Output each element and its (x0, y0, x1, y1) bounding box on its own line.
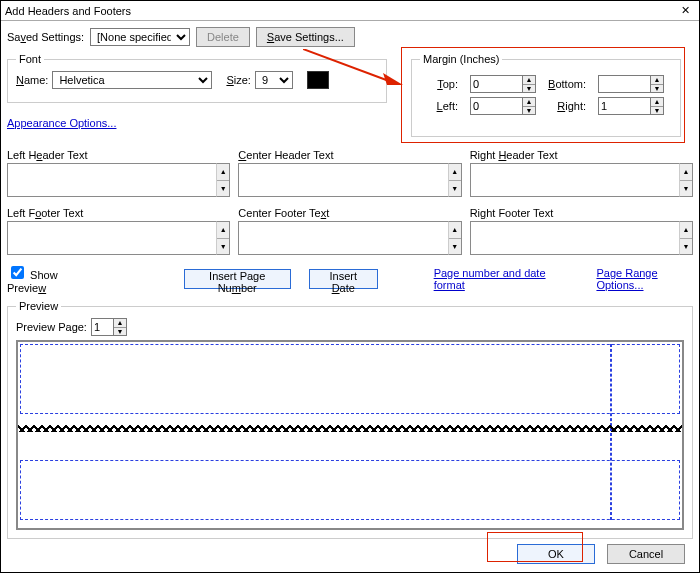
ok-button[interactable]: OK (517, 544, 595, 564)
margin-top-input[interactable] (470, 75, 522, 93)
margin-bottom-input[interactable] (598, 75, 650, 93)
margin-top-label: Top: (420, 78, 458, 90)
font-name-dropdown[interactable]: Helvetica (52, 71, 212, 89)
chevron-up-icon[interactable]: ▲ (523, 76, 535, 85)
right-footer-input[interactable] (470, 221, 693, 255)
right-footer-label: Right Footer Text (470, 207, 693, 219)
chevron-up-icon[interactable]: ▲ (523, 98, 535, 107)
chevron-up-icon[interactable]: ▲ (114, 319, 126, 328)
margin-right-label: Right: (548, 100, 586, 112)
svg-marker-1 (383, 73, 403, 85)
center-header-label: Center Header Text (238, 149, 461, 161)
window-title: Add Headers and Footers (5, 5, 675, 17)
save-settings-button[interactable]: Save Settings... (256, 27, 355, 47)
left-footer-input[interactable] (7, 221, 230, 255)
chevron-down-icon[interactable]: ▼ (651, 107, 663, 115)
font-legend: Font (16, 53, 44, 65)
cancel-button[interactable]: Cancel (607, 544, 685, 564)
margin-top-spinner[interactable]: ▲▼ (470, 75, 536, 93)
insert-page-number-button[interactable]: Insert Page Number (184, 269, 291, 289)
right-header-input[interactable] (470, 163, 693, 197)
left-footer-label: Left Footer Text (7, 207, 230, 219)
margin-left-input[interactable] (470, 97, 522, 115)
header-row: Left Header Text ▲▼ Center Header Text ▲… (7, 143, 693, 197)
margin-right-input[interactable] (598, 97, 650, 115)
dialog-buttons: OK Cancel (517, 544, 685, 564)
margin-right-spinner[interactable]: ▲▼ (598, 97, 664, 115)
chevron-up-icon[interactable]: ▲ (651, 98, 663, 107)
preview-page-label: Preview Page: (16, 321, 87, 333)
left-header-label: Left Header Text (7, 149, 230, 161)
margin-fieldset: Margin (Inches) Top: ▲▼ Bottom: ▲▼ Left:… (411, 53, 681, 137)
page-range-options-link[interactable]: Page Range Options... (596, 267, 693, 291)
close-icon[interactable]: ✕ (675, 4, 695, 17)
insert-date-button[interactable]: Insert Date (309, 269, 378, 289)
saved-settings-label: Saved Settings: (7, 31, 84, 43)
margin-left-label: Left: (420, 100, 458, 112)
chevron-down-icon[interactable]: ▼ (651, 85, 663, 93)
margin-bottom-label: Bottom: (548, 78, 586, 90)
top-area: Saved Settings: [None specified] Delete … (1, 21, 699, 139)
saved-settings-dropdown[interactable]: [None specified] (90, 28, 190, 46)
chevron-down-icon[interactable]: ▼ (523, 85, 535, 93)
font-size-label: Size: (226, 74, 250, 86)
margin-bottom-spinner[interactable]: ▲▼ (598, 75, 664, 93)
annotation-arrow-icon (303, 49, 403, 85)
chevron-down-icon[interactable]: ▼ (114, 328, 126, 336)
footer-row: Left Footer Text ▲▼ Center Footer Text ▲… (7, 201, 693, 255)
margin-left-spinner[interactable]: ▲▼ (470, 97, 536, 115)
center-footer-input[interactable] (238, 221, 461, 255)
font-name-label: Name: (16, 74, 48, 86)
page-number-date-format-link[interactable]: Page number and date format (434, 267, 561, 291)
preview-pane (16, 340, 684, 530)
delete-button[interactable]: Delete (196, 27, 250, 47)
right-header-label: Right Header Text (470, 149, 693, 161)
chevron-down-icon[interactable]: ▼ (523, 107, 535, 115)
center-footer-label: Center Footer Text (238, 207, 461, 219)
saved-settings-bar: Saved Settings: [None specified] Delete … (7, 27, 355, 47)
left-header-input[interactable] (7, 163, 230, 197)
page-tear-icon (18, 422, 682, 432)
show-preview-checkbox[interactable]: Show Preview (7, 263, 88, 294)
preview-page-spinner[interactable]: ▲▼ (91, 318, 127, 336)
preview-fieldset: Preview Preview Page: ▲▼ (7, 300, 693, 539)
chevron-up-icon[interactable]: ▲ (651, 76, 663, 85)
preview-legend: Preview (16, 300, 61, 312)
margin-legend: Margin (Inches) (420, 53, 502, 65)
center-header-input[interactable] (238, 163, 461, 197)
svg-line-0 (303, 49, 389, 81)
mid-bar: Show Preview Insert Page Number Insert D… (7, 263, 693, 294)
titlebar: Add Headers and Footers ✕ (1, 1, 699, 21)
appearance-options-link[interactable]: Appearance Options... (7, 117, 116, 129)
preview-page-input[interactable] (91, 318, 113, 336)
font-size-dropdown[interactable]: 9 (255, 71, 293, 89)
